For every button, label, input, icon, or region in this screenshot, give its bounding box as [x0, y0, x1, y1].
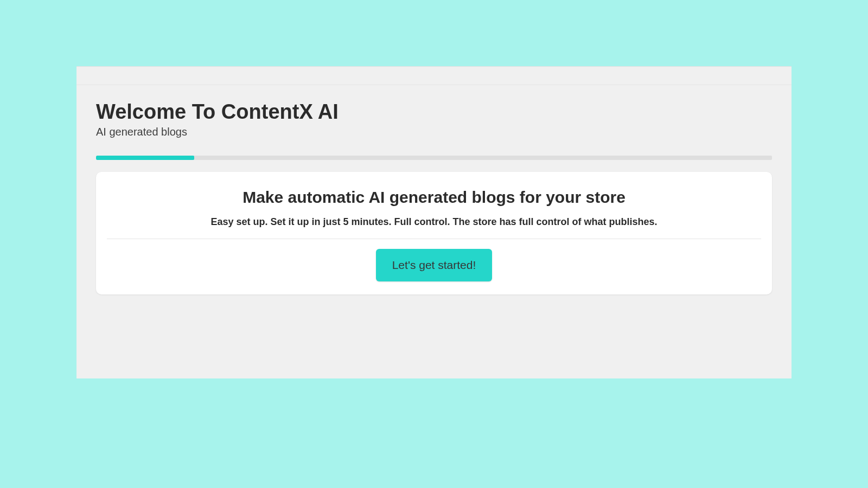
- onboarding-card: Make automatic AI generated blogs for yo…: [96, 172, 772, 294]
- get-started-button[interactable]: Let's get started!: [376, 249, 493, 281]
- divider: [107, 239, 761, 239]
- topbar: [76, 67, 792, 85]
- content-area: Welcome To ContentX AI AI generated blog…: [76, 85, 792, 294]
- progress-fill: [96, 156, 194, 160]
- page-title: Welcome To ContentX AI: [96, 100, 772, 124]
- card-title: Make automatic AI generated blogs for yo…: [107, 188, 761, 207]
- app-panel: Welcome To ContentX AI AI generated blog…: [76, 66, 792, 378]
- card-subtitle: Easy set up. Set it up in just 5 minutes…: [107, 216, 761, 228]
- progress-bar: [96, 156, 772, 160]
- page-subtitle: AI generated blogs: [96, 126, 772, 138]
